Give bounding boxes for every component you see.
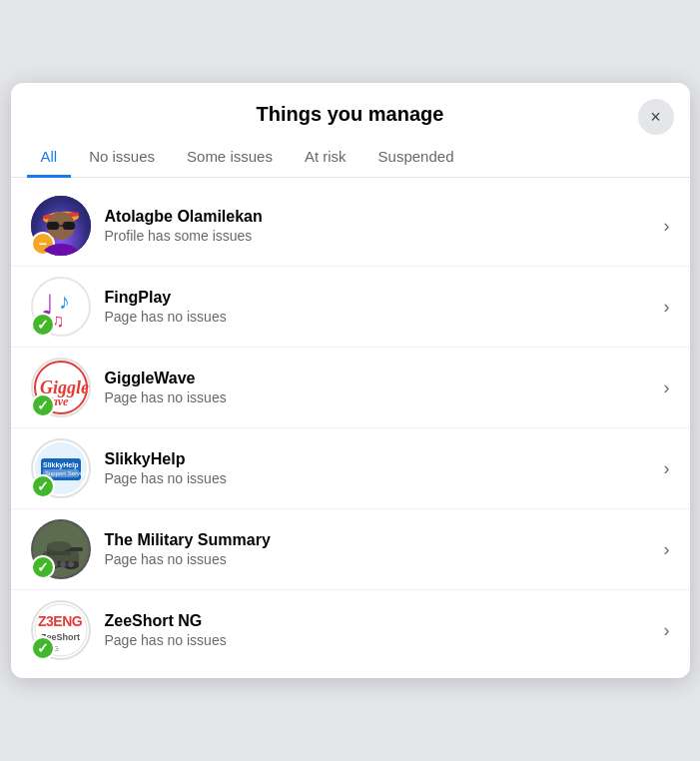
chevron-right-icon: › [664,297,670,318]
status-badge-success: ✓ [31,555,55,579]
item-status: Page has no issues [105,309,656,325]
item-info: ZeeShort NG Page has no issues [105,612,656,648]
modal-header: Things you manage × [11,83,690,138]
avatar-wrap: SlikkyHelp Support Services ✓ [31,438,91,498]
status-badge-success: ✓ [31,393,55,417]
chevron-right-icon: › [664,378,670,398]
avatar [31,196,91,256]
list-item[interactable]: ✓ The Military Summary Page has no issue… [11,509,690,590]
chevron-right-icon: › [664,216,670,237]
item-status: Page has no issues [105,551,656,567]
list-item[interactable]: Giggle Wave ✓ GiggleWave Page has no iss… [11,348,690,428]
item-name: Atolagbe Olamilekan [105,208,656,226]
svg-rect-4 [63,222,75,230]
status-badge-success: ✓ [31,313,55,337]
tab-suspended[interactable]: Suspended [364,138,468,178]
tab-some-issues[interactable]: Some issues [173,138,287,178]
person-avatar-graphic [31,196,91,256]
item-info: FingPlay Page has no issues [105,289,656,325]
item-name: ZeeShort NG [105,612,656,630]
item-name: The Military Summary [105,531,656,549]
svg-point-6 [41,244,81,256]
things-you-manage-modal: Things you manage × All No issues Some i… [11,83,690,678]
svg-text:Z3ENG: Z3ENG [38,613,83,629]
avatar-wrap: Giggle Wave ✓ [31,358,91,417]
avatar-wrap: Z3ENG ZeeShort NG ✓ [31,600,91,660]
item-status: Page has no issues [105,389,656,405]
item-name: GiggleWave [105,370,656,387]
svg-point-22 [47,541,71,551]
item-info: The Military Summary Page has no issues [105,531,656,567]
list-item[interactable]: SlikkyHelp Support Services ✓ SlikkyHelp… [11,428,690,509]
svg-point-29 [68,561,74,567]
chevron-right-icon: › [664,539,670,560]
item-info: GiggleWave Page has no issues [105,370,656,405]
tab-at-risk[interactable]: At risk [291,138,360,178]
close-icon: × [650,107,661,128]
avatar-wrap: − [31,196,91,256]
avatar-wrap: ✓ [31,519,91,579]
chevron-right-icon: › [664,458,670,479]
svg-text:Support Services: Support Services [45,470,89,476]
tabs-bar: All No issues Some issues At risk Suspen… [11,138,690,178]
item-status: Profile has some issues [105,228,656,244]
svg-point-28 [60,561,66,567]
tab-all[interactable]: All [27,138,72,178]
svg-text:SlikkyHelp: SlikkyHelp [43,461,78,469]
list-item[interactable]: − Atolagbe Olamilekan Profile has some i… [11,186,690,267]
item-info: SlikkyHelp Page has no issues [105,450,656,486]
item-info: Atolagbe Olamilekan Profile has some iss… [105,208,656,244]
chevron-right-icon: › [664,620,670,641]
status-badge-success: ✓ [31,636,55,660]
list-item[interactable]: ♩ ♪ ♫ ✓ FingPlay Page has no issues › [11,267,690,348]
avatar-wrap: ♩ ♪ ♫ ✓ [31,277,91,337]
status-badge-success: ✓ [31,474,55,498]
svg-rect-3 [47,222,59,230]
item-name: FingPlay [105,289,656,307]
item-status: Page has no issues [105,632,656,648]
tab-no-issues[interactable]: No issues [75,138,169,178]
list-item[interactable]: Z3ENG ZeeShort NG ✓ ZeeShort NG Page has… [11,590,690,670]
item-status: Page has no issues [105,470,656,486]
items-list: − Atolagbe Olamilekan Profile has some i… [11,178,690,678]
close-button[interactable]: × [638,99,674,135]
modal-title: Things you manage [257,103,444,126]
item-name: SlikkyHelp [105,450,656,468]
